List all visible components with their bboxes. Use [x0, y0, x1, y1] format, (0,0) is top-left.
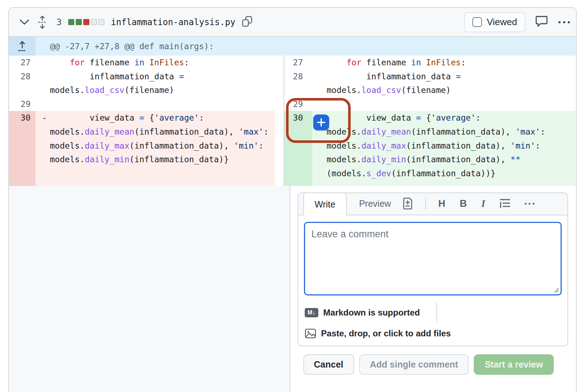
right-code-line: inflammation_data =models.load_csv(filen… [312, 70, 576, 97]
copy-path-button[interactable] [240, 14, 254, 30]
chevron-down-icon [20, 19, 29, 25]
comment-tabs-bar: Write Preview H B I [298, 193, 567, 215]
collapse-file-button[interactable] [20, 19, 29, 25]
left-line-number[interactable]: 27 [9, 56, 36, 70]
viewed-checkbox[interactable] [472, 17, 482, 27]
kebab-horizontal-icon [525, 203, 534, 205]
heading-icon: H [438, 198, 445, 209]
right-code-line: + view_data = {'average':models.daily_me… [312, 111, 576, 186]
unfold-icon [38, 16, 47, 29]
plus-icon [317, 118, 326, 127]
left-code-line [36, 97, 275, 111]
markdown-icon: M↓ [305, 308, 318, 317]
file-name: inflammation-analysis.py [111, 17, 235, 27]
diff-stat-blocks [68, 19, 104, 25]
markdown-toolbar: H B I [403, 192, 567, 215]
viewed-toggle[interactable]: Viewed [464, 12, 525, 32]
right-line-number[interactable]: 30 [284, 111, 312, 186]
diff-stat-block-added [68, 19, 74, 25]
add-single-comment-button[interactable]: Add single comment [359, 354, 469, 375]
kebab-horizontal-icon [558, 21, 570, 23]
left-line-number[interactable]: 28 [9, 70, 36, 97]
italic-icon: I [481, 198, 485, 209]
diff-stat-block-neutral [91, 19, 97, 25]
quote-icon [500, 199, 510, 209]
bold-icon: B [460, 198, 467, 209]
add-line-comment-button[interactable] [313, 115, 329, 130]
image-icon [305, 328, 316, 339]
left-code-line: inflammation_data =models.load_csv(filen… [36, 70, 275, 97]
comment-on-file-button[interactable] [535, 16, 548, 28]
right-line-number[interactable]: 29 [284, 97, 312, 111]
diff-stat-block-added [76, 19, 82, 25]
changed-lines-count: 3 [56, 17, 62, 27]
left-code-line: for filename in InFiles: [36, 56, 275, 70]
start-review-button[interactable]: Start a review [474, 354, 554, 375]
right-code-line: for filename in InFiles: [312, 56, 576, 70]
right-code-line [312, 97, 576, 111]
left-empty-area [9, 186, 281, 392]
attach-files-row[interactable]: Paste, drop, or click to add files [305, 328, 562, 339]
inline-comment-form: Write Preview H B I [298, 192, 568, 346]
insert-suggestion-button[interactable] [403, 197, 413, 210]
left-code-line: - view_data = {'average':models.daily_me… [36, 111, 275, 186]
diff-rows: 27 for filename in InFiles:27 for filena… [9, 56, 576, 186]
comment-area: Write Preview H B I [290, 186, 576, 392]
comment-form-body [298, 215, 567, 302]
comment-form-actions: Cancel Add single comment Start a review [303, 354, 568, 384]
quote-button[interactable] [500, 199, 510, 209]
file-options-button[interactable] [558, 21, 570, 23]
diff-stat-block-neutral [98, 19, 104, 25]
hunk-row: @@ -27,7 +27,8 @@ def main(args): [9, 37, 576, 56]
comment-input[interactable] [304, 222, 562, 295]
italic-button[interactable]: I [481, 198, 485, 209]
cancel-button[interactable]: Cancel [303, 354, 354, 375]
paste-note: Paste, drop, or click to add files [321, 328, 451, 339]
bottom-row: Write Preview H B I [9, 186, 576, 392]
file-header: 3 inflammation-analysis.py Viewed [9, 8, 576, 37]
toolbar-more-button[interactable] [525, 203, 534, 205]
file-diff-card: 3 inflammation-analysis.py Viewed [8, 7, 577, 392]
markdown-note: Markdown is supported [323, 308, 420, 318]
right-line-number[interactable]: 27 [284, 56, 312, 70]
comment-form-footer: M↓ Markdown is supported Paste, dr [298, 302, 567, 346]
left-line-number[interactable]: 29 [9, 97, 36, 111]
expand-up-icon [18, 41, 27, 52]
tab-preview[interactable]: Preview [347, 192, 403, 215]
diff-stat-block-removed [83, 19, 89, 25]
comment-bubble-icon [535, 16, 548, 27]
resize-grip-icon[interactable] [553, 287, 559, 294]
hunk-header: @@ -27,7 +27,8 @@ def main(args): [36, 37, 576, 56]
heading-button[interactable]: H [438, 198, 445, 209]
copy-icon [242, 16, 253, 27]
tab-write[interactable]: Write [303, 192, 347, 215]
viewed-label: Viewed [487, 17, 517, 28]
right-line-number[interactable]: 28 [284, 70, 312, 97]
bold-button[interactable]: B [460, 198, 467, 209]
expand-hunk-button[interactable] [9, 37, 36, 56]
file-diff-icon [403, 197, 413, 210]
left-line-number[interactable]: 30 [9, 111, 36, 186]
